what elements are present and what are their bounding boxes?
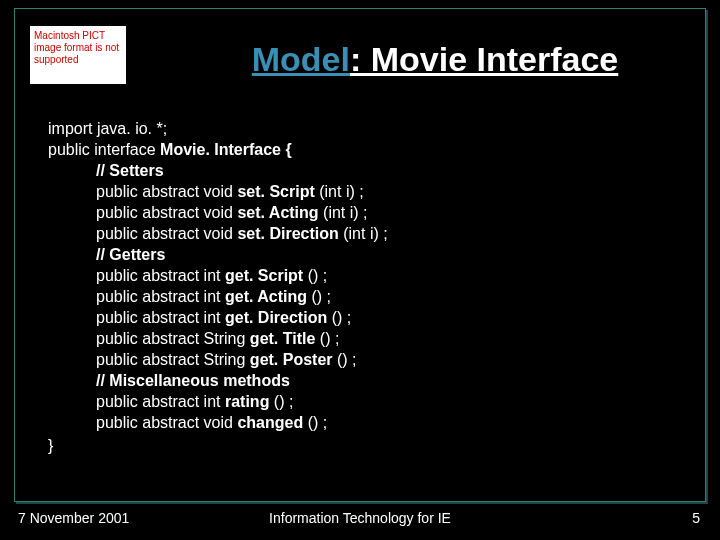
footer-page: 5: [692, 510, 700, 526]
code-bold: set. Direction: [237, 225, 343, 242]
code-comment: // Setters: [96, 160, 690, 181]
code-text: import java. io. *;: [48, 120, 167, 137]
code-text: public abstract void: [96, 183, 237, 200]
code-bold: changed: [237, 414, 307, 431]
code-text: (int i) ;: [319, 183, 363, 200]
code-text: public abstract int: [96, 393, 225, 410]
code-bold: rating: [225, 393, 274, 410]
code-text: () ;: [311, 288, 331, 305]
code-text: () ;: [337, 351, 357, 368]
code-text: () ;: [308, 267, 328, 284]
code-line: import java. io. *;: [48, 118, 690, 139]
code-bold: set. Script: [237, 183, 319, 200]
code-line: public abstract String get. Poster () ;: [96, 349, 690, 370]
title-model: Model: [252, 40, 350, 78]
code-bold: get. Title: [250, 330, 320, 347]
code-text: public abstract String: [96, 351, 250, 368]
code-text: public abstract void: [96, 204, 237, 221]
code-bold: set. Acting: [237, 204, 323, 221]
footer-center: Information Technology for IE: [14, 510, 706, 526]
code-line: public abstract int rating () ;: [96, 391, 690, 412]
code-text: public abstract int: [96, 267, 225, 284]
code-text: public abstract int: [96, 288, 225, 305]
code-text: () ;: [332, 309, 352, 326]
pict-text: Macintosh PICT image format is not suppo…: [34, 30, 119, 65]
code-bold: get. Script: [225, 267, 308, 284]
footer: 7 November 2001 Information Technology f…: [14, 508, 706, 532]
code-text: () ;: [320, 330, 340, 347]
code-line: public interface Movie. Interface {: [48, 139, 690, 160]
code-line: public abstract int get. Acting () ;: [96, 286, 690, 307]
code-text: public abstract String: [96, 330, 250, 347]
code-line: public abstract int get. Direction () ;: [96, 307, 690, 328]
title-rest: : Movie Interface: [350, 40, 618, 78]
code-line: public abstract void set. Direction (int…: [96, 223, 690, 244]
code-line: public abstract void changed () ;: [96, 412, 690, 433]
code-comment: // Getters: [96, 244, 690, 265]
code-text: public abstract void: [96, 225, 237, 242]
code-text: (int i) ;: [323, 204, 367, 221]
code-line: public abstract String get. Title () ;: [96, 328, 690, 349]
code-comment: // Miscellaneous methods: [96, 370, 690, 391]
code-text: (int i) ;: [343, 225, 387, 242]
slide: Macintosh PICT image format is not suppo…: [0, 0, 720, 540]
code-line: public abstract void set. Script (int i)…: [96, 181, 690, 202]
code-text: public abstract void: [96, 414, 237, 431]
code-block: import java. io. *; public interface Mov…: [48, 118, 690, 456]
code-line: public abstract void set. Acting (int i)…: [96, 202, 690, 223]
code-bold: get. Direction: [225, 309, 332, 326]
code-text: public abstract int: [96, 309, 225, 326]
code-text: () ;: [274, 393, 294, 410]
code-close: }: [48, 435, 690, 456]
pict-placeholder: Macintosh PICT image format is not suppo…: [30, 26, 126, 84]
code-bold: get. Acting: [225, 288, 312, 305]
code-bold: get. Poster: [250, 351, 337, 368]
code-bold: Movie. Interface {: [160, 141, 292, 158]
slide-title: Model: Movie Interface: [170, 40, 700, 79]
code-line: public abstract int get. Script () ;: [96, 265, 690, 286]
code-text: () ;: [308, 414, 328, 431]
code-text: public interface: [48, 141, 160, 158]
